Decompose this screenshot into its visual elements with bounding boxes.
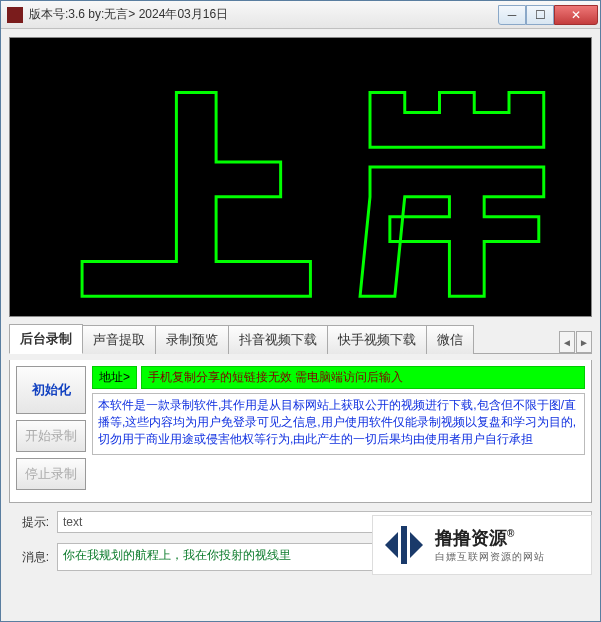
description-text: 本软件是一款录制软件,其作用是从目标网站上获取公开的视频进行下载,包含但不限于图… (92, 393, 585, 455)
start-record-button[interactable]: 开始录制 (16, 420, 86, 452)
address-row: 地址> 手机复制分享的短链接无效 需电脑端访问后输入 (92, 366, 585, 389)
tab-audio[interactable]: 声音提取 (82, 325, 156, 354)
close-button[interactable]: ✕ (554, 5, 598, 25)
prompt-label: 提示: (9, 514, 49, 531)
watermark-logo-icon (381, 522, 427, 568)
left-button-column: 初始化 开始录制 停止录制 (16, 366, 86, 490)
maximize-button[interactable]: ☐ (526, 5, 554, 25)
address-label: 地址> (92, 366, 137, 389)
address-input[interactable]: 手机复制分享的短链接无效 需电脑端访问后输入 (141, 366, 585, 389)
tab-record[interactable]: 后台录制 (9, 324, 83, 354)
watermark-overlay: 撸撸资源® 白嫖互联网资源的网站 (372, 515, 592, 575)
init-button[interactable]: 初始化 (16, 366, 86, 414)
stop-record-button[interactable]: 停止录制 (16, 458, 86, 490)
watermark-sub: 白嫖互联网资源的网站 (435, 550, 545, 564)
app-icon (7, 7, 23, 23)
minimize-button[interactable]: ─ (498, 5, 526, 25)
canvas-svg (10, 38, 591, 316)
window-title: 版本号:3.6 by:无言> 2024年03月16日 (29, 6, 498, 23)
window-controls: ─ ☐ ✕ (498, 5, 598, 25)
svg-rect-0 (13, 38, 589, 316)
right-column: 地址> 手机复制分享的短链接无效 需电脑端访问后输入 本软件是一款录制软件,其作… (92, 366, 585, 455)
tab-kuaishou[interactable]: 快手视频下载 (327, 325, 427, 354)
app-window: 版本号:3.6 by:无言> 2024年03月16日 ─ ☐ ✕ (0, 0, 601, 622)
content-area: 后台录制 声音提取 录制预览 抖音视频下载 快手视频下载 微信 ◄ ► 初始化 … (1, 29, 600, 621)
titlebar[interactable]: 版本号:3.6 by:无言> 2024年03月16日 ─ ☐ ✕ (1, 1, 600, 29)
tab-scroll-right-icon[interactable]: ► (576, 331, 592, 353)
watermark-text: 撸撸资源® 白嫖互联网资源的网站 (435, 526, 545, 564)
tab-strip: 后台录制 声音提取 录制预览 抖音视频下载 快手视频下载 微信 ◄ ► (9, 323, 592, 354)
tab-douyin[interactable]: 抖音视频下载 (228, 325, 328, 354)
svg-rect-1 (401, 526, 407, 564)
tab-wechat[interactable]: 微信 (426, 325, 474, 354)
svg-marker-3 (410, 532, 423, 558)
tab-scroll: ◄ ► (559, 331, 592, 353)
tab-preview[interactable]: 录制预览 (155, 325, 229, 354)
tab-scroll-left-icon[interactable]: ◄ (559, 331, 575, 353)
watermark-main: 撸撸资源® (435, 526, 545, 550)
svg-marker-2 (385, 532, 398, 558)
tab-panel-record: 初始化 开始录制 停止录制 地址> 手机复制分享的短链接无效 需电脑端访问后输入… (9, 360, 592, 503)
message-row: 消息: 你在我规划的航程上，我在你投射的视线里 新增 撸撸资源® 白嫖互联网资源… (9, 541, 592, 573)
message-label: 消息: (9, 549, 49, 566)
graphics-canvas (9, 37, 592, 317)
